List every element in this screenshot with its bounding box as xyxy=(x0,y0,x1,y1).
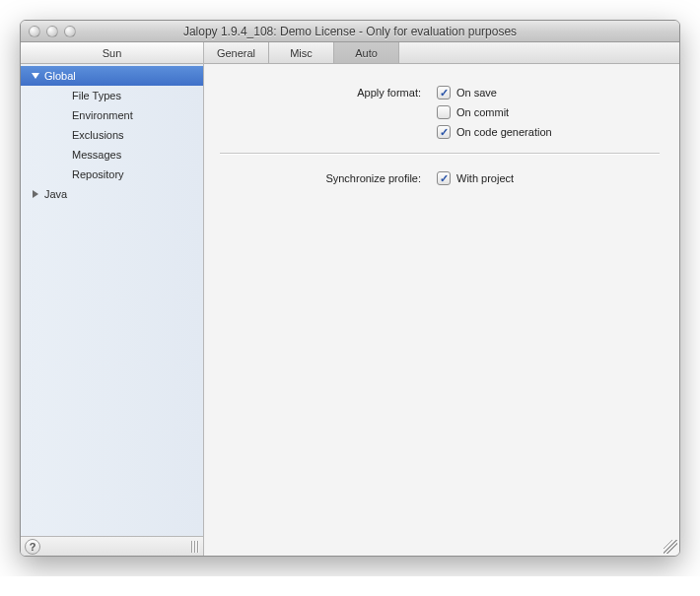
tab-general[interactable]: General xyxy=(204,42,269,63)
tab-bar-spacer xyxy=(399,42,679,63)
window-resize-grip[interactable] xyxy=(664,540,677,554)
app-window: Jalopy 1.9.4_108: Demo License - Only fo… xyxy=(20,20,680,557)
sidebar-item-label: Global xyxy=(44,70,76,82)
sync-profile-label: Synchronize profile: xyxy=(220,171,437,184)
checkbox-label: On commit xyxy=(456,106,509,118)
sidebar-resize-handle[interactable] xyxy=(189,540,199,554)
apply-format-controls: On save On commit On code generation xyxy=(437,86,660,139)
checkbox-on-save[interactable]: On save xyxy=(437,86,660,99)
sidebar-item-repository[interactable]: Repository xyxy=(21,165,203,184)
sidebar-item-exclusions[interactable]: Exclusions xyxy=(21,125,203,145)
window-body: Sun Global File Types Environment Exclus… xyxy=(21,42,679,556)
sidebar-item-global[interactable]: Global xyxy=(21,66,203,86)
checkbox-label: With project xyxy=(456,172,514,184)
content-area: General Misc Auto Apply format: On save xyxy=(204,42,679,556)
tab-label: General xyxy=(217,47,255,59)
sidebar-item-label: Exclusions xyxy=(72,129,124,141)
minimize-icon[interactable] xyxy=(46,26,58,37)
sync-profile-controls: With project xyxy=(437,171,660,185)
sidebar-item-label: Java xyxy=(44,188,67,200)
checkbox-with-project[interactable]: With project xyxy=(437,171,660,185)
tab-misc[interactable]: Misc xyxy=(269,42,334,63)
traffic-lights xyxy=(21,26,76,37)
sidebar-header[interactable]: Sun xyxy=(21,42,203,64)
tab-label: Misc xyxy=(290,47,313,59)
checkbox-label: On save xyxy=(456,87,497,99)
divider xyxy=(220,153,660,154)
sidebar: Sun Global File Types Environment Exclus… xyxy=(21,42,204,556)
sidebar-tree: Global File Types Environment Exclusions… xyxy=(21,64,203,536)
sidebar-item-label: File Types xyxy=(72,90,121,101)
checkbox-icon[interactable] xyxy=(437,86,451,99)
sync-profile-row: Synchronize profile: With project xyxy=(220,171,660,185)
sidebar-item-file-types[interactable]: File Types xyxy=(21,86,203,105)
sidebar-item-environment[interactable]: Environment xyxy=(21,105,203,125)
apply-format-row: Apply format: On save On commit On co xyxy=(220,86,660,139)
help-button[interactable]: ? xyxy=(25,539,40,555)
sidebar-item-label: Environment xyxy=(72,109,133,121)
sidebar-item-java[interactable]: Java xyxy=(21,184,203,204)
checkbox-on-codegen[interactable]: On code generation xyxy=(437,125,660,139)
checkbox-on-commit[interactable]: On commit xyxy=(437,105,660,119)
auto-pane: Apply format: On save On commit On co xyxy=(204,64,679,556)
window-title: Jalopy 1.9.4_108: Demo License - Only fo… xyxy=(21,25,679,38)
close-icon[interactable] xyxy=(29,26,40,37)
tab-label: Auto xyxy=(355,47,378,59)
zoom-icon[interactable] xyxy=(64,26,76,37)
titlebar[interactable]: Jalopy 1.9.4_108: Demo License - Only fo… xyxy=(21,21,679,42)
tab-bar: General Misc Auto xyxy=(204,42,679,64)
sidebar-item-messages[interactable]: Messages xyxy=(21,145,203,165)
chevron-down-icon[interactable] xyxy=(31,72,39,81)
chevron-right-icon[interactable] xyxy=(31,190,39,199)
checkbox-icon[interactable] xyxy=(437,105,451,119)
sidebar-item-label: Messages xyxy=(72,149,121,161)
apply-format-label: Apply format: xyxy=(220,86,437,99)
sidebar-item-label: Repository xyxy=(72,168,124,180)
sidebar-footer: ? xyxy=(21,536,203,556)
question-icon: ? xyxy=(30,541,36,553)
checkbox-icon[interactable] xyxy=(437,125,451,139)
checkbox-label: On code generation xyxy=(456,126,552,138)
checkbox-icon[interactable] xyxy=(437,171,451,185)
tab-auto[interactable]: Auto xyxy=(334,42,399,63)
